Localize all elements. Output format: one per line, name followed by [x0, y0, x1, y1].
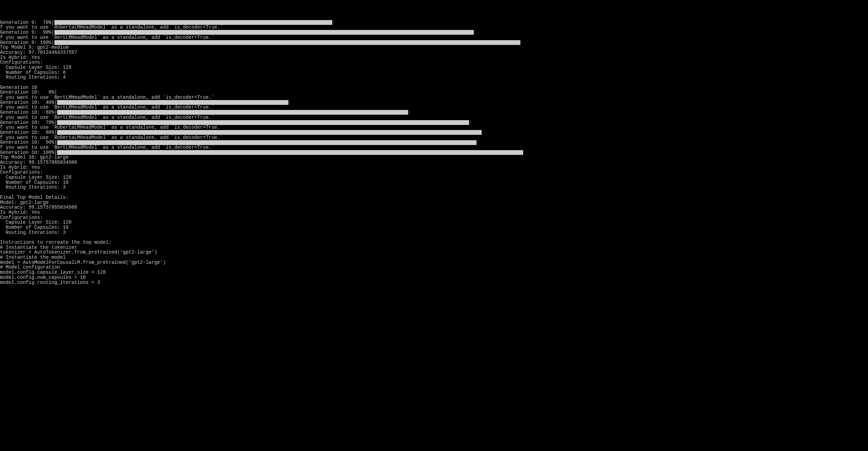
progress-bar [54, 40, 520, 45]
progress-bar [57, 100, 288, 105]
terminal-line: # Instantiate the model [0, 255, 868, 260]
terminal-line: Routing Iterations: 3 [0, 185, 868, 190]
terminal-line: f you want to use `BertLMHeadModel` as a… [0, 145, 868, 150]
progress-label: Generation 9: 90%| [0, 30, 54, 35]
terminal-line: Top Model 10: gpt2-large [0, 155, 868, 160]
progress-bar [54, 20, 332, 25]
progress-bar [57, 120, 469, 125]
terminal-line: Instructions to recreate the top model: [0, 240, 868, 245]
progress-line: Generation 10: 0%| [0, 90, 868, 95]
terminal-line: Routing Iterations: 3 [0, 230, 868, 235]
progress-end-marker: ▯ [408, 111, 411, 115]
terminal-line: # Model configuration [0, 265, 868, 270]
progress-bar [57, 110, 408, 115]
terminal-line: Number of Capsules: 16 [0, 180, 868, 185]
terminal-line: Accuracy: 99.15757865834986 [0, 160, 868, 165]
terminal-line: model.config.capsule_layer_size = 128 [0, 270, 868, 275]
terminal-output: Generation 9: 70%|f you want to use `Rob… [0, 20, 868, 285]
progress-bar [54, 30, 474, 35]
terminal-line: Generation 10 [0, 85, 868, 90]
progress-line: Generation 10: 80%| [0, 130, 868, 135]
progress-line: Generation 10: 100%| [0, 150, 868, 155]
terminal-line: Capsule Layer Size: 128 [0, 175, 868, 180]
terminal-line: f you want to use `BertLMHeadModel` as a… [0, 105, 868, 110]
terminal-line: Is Hybrid: Yes [0, 165, 868, 170]
progress-label: Generation 10: 40%| [0, 100, 57, 105]
progress-line: Generation 10: 90%| [0, 140, 868, 145]
progress-line: Generation 9: 70%| [0, 20, 868, 25]
progress-line: Generation 10: 60%|▯ [0, 110, 868, 115]
terminal-line: model.config.routing_iterations = 3 [0, 280, 868, 285]
terminal-line: model = AutoModelForCausalLM.from_pretra… [0, 260, 868, 265]
progress-bar [57, 140, 477, 145]
terminal-line: f you want to use `RobertaLMHeadModel` a… [0, 125, 868, 130]
terminal-line: Configurations: [0, 60, 868, 65]
progress-label: Generation 10: 90%| [0, 140, 57, 145]
terminal-line: # Instantiate the tokenizer [0, 245, 868, 250]
progress-line: Generation 10: 70%|▯ [0, 120, 868, 125]
terminal-line: Is Hybrid: Yes [0, 55, 868, 60]
blank-line [0, 190, 868, 195]
progress-bar [57, 130, 482, 135]
terminal-line: Number of Capsules: 8 [0, 70, 868, 75]
terminal-line: Final Top Model Details: [0, 195, 868, 200]
terminal-line: Model: gpt2-large [0, 200, 868, 205]
terminal-line: Configurations: [0, 215, 868, 220]
progress-line: Generation 9: 100%| [0, 40, 868, 45]
progress-label: Generation 10: 60%| [0, 110, 57, 115]
blank-line [0, 235, 868, 240]
progress-end-marker: ▯ [288, 100, 291, 104]
progress-label: Generation 10: 100%| [0, 150, 57, 155]
terminal-line: Top Model 9: gpt2-medium [0, 45, 868, 50]
terminal-line: f you want to use `RobertaLMHeadModel` a… [0, 25, 868, 30]
progress-end-marker: ▯ [469, 120, 471, 125]
progress-bar [57, 150, 523, 155]
terminal-line: Is Hybrid: Yes [0, 210, 868, 215]
terminal-line: Routing Iterations: 4 [0, 75, 868, 80]
terminal-line: Accuracy: 97.70124464337597 [0, 50, 868, 55]
progress-line: Generation 10: 40%|▯ [0, 100, 868, 105]
progress-label: Generation 10: 80%| [0, 130, 57, 135]
progress-label: Generation 9: 100%| [0, 40, 54, 45]
terminal-line: tokenizer = AutoTokenizer.from_pretraine… [0, 250, 868, 255]
progress-label: Generation 10: 70%| [0, 120, 57, 125]
terminal-line: Accuracy: 99.15757865834986 [0, 205, 868, 210]
terminal-line: Number of Capsules: 16 [0, 225, 868, 230]
progress-label: Generation 9: 70%| [0, 20, 54, 25]
progress-label: Generation 10: 0%| [0, 90, 57, 95]
terminal-line: f you want to use `BertLMHeadModel` as a… [0, 35, 868, 40]
progress-line: Generation 9: 90%| [0, 30, 868, 35]
terminal-line: Capsule Layer Size: 128 [0, 220, 868, 225]
blank-line [0, 80, 868, 85]
terminal-line: f you want to use `BertLMHeadModel` as a… [0, 115, 868, 120]
terminal-line: f you want to use `RobertaLMHeadModel` a… [0, 135, 868, 140]
terminal-line: Capsule Layer Size: 128 [0, 65, 868, 70]
terminal-line: Configurations: [0, 170, 868, 175]
terminal-line: f you want to use `BertLMHeadModel` as a… [0, 95, 868, 100]
terminal-line: model.config.num_capsules = 16 [0, 275, 868, 280]
